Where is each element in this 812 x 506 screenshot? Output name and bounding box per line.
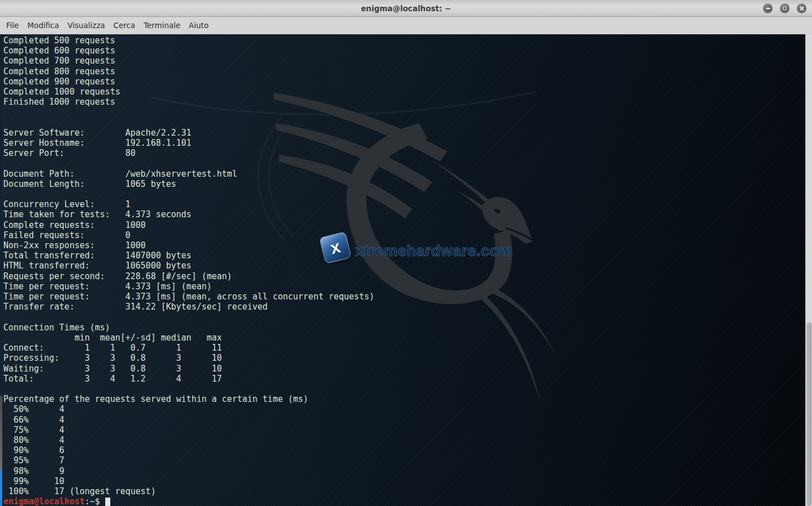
menubar: File Modifica Visualizza Cerca Terminale… [0,17,812,34]
menu-item-aiuto[interactable]: Aiuto [189,20,209,31]
scrollbar[interactable] [805,34,812,506]
xtremehardware-watermark-text: xtremehardware.com [355,243,513,260]
window-title: enigma@localhost: ~ [361,4,451,13]
terminal-output: Completed 500 requests Completed 600 req… [3,35,374,496]
menu-item-cerca[interactable]: Cerca [113,20,136,31]
menu-item-file[interactable]: File [6,20,20,31]
terminal-screen[interactable]: x xtremehardware.com Completed 500 reque… [0,34,812,506]
window-controls [763,3,806,13]
prompt-suffix: :~$ [85,496,100,506]
menu-item-modifica[interactable]: Modifica [27,20,60,31]
screen-edge-strip-blue [0,471,2,506]
scrollbar-thumb[interactable] [806,323,811,506]
menu-item-visualizza[interactable]: Visualizza [67,20,106,31]
screen-edge-strip-dark [0,34,2,396]
screen-edge-strip-gray [0,396,2,471]
close-icon [799,6,805,11]
menu-item-terminale[interactable]: Terminale [143,20,181,31]
minimize-button[interactable] [763,3,773,13]
maximize-button[interactable] [780,3,789,13]
minimize-icon [766,8,770,9]
close-button[interactable] [797,3,806,13]
terminal-cursor [105,498,110,506]
window-titlebar: enigma@localhost: ~ [0,0,812,17]
prompt-line: enigma@localhost:~$ [3,496,110,506]
maximize-icon [783,6,787,10]
prompt-user-host: enigma@localhost [3,496,85,506]
